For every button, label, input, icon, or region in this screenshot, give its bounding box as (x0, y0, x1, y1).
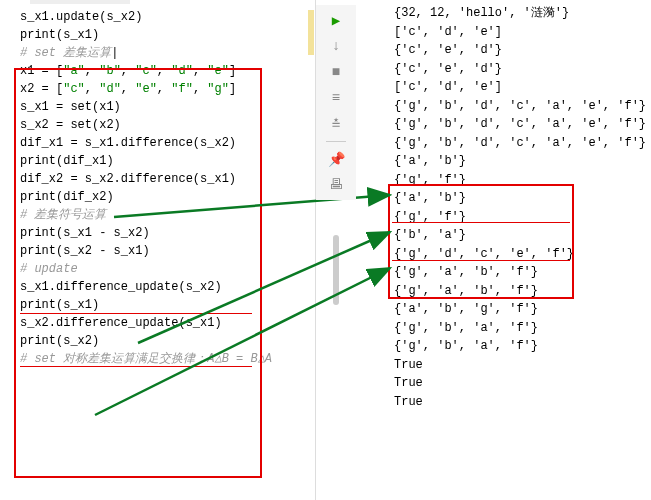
output-line: {'g', 'f'} (316, 171, 651, 190)
output-line: ['c', 'd', 'e'] (316, 23, 651, 42)
print-icon[interactable]: 🖶 (324, 174, 348, 196)
scrollbar-thumb[interactable] (333, 235, 339, 305)
layout-icon[interactable]: ≛ (324, 113, 348, 135)
code-line: x1 = ["a", "b", "c", "d", "e"] (20, 62, 315, 80)
code-line: dif_x2 = s_x2.difference(s_x1) (20, 170, 315, 188)
output-line: {'g', 'b', 'a', 'f'} (316, 319, 651, 338)
code-comment: # set 差集运算| (20, 44, 315, 62)
output-line: {'a', 'b', 'g', 'f'} (316, 300, 651, 319)
code-line: print(s_x1) (20, 296, 315, 314)
code-line: print(s_x1 - s_x2) (20, 224, 315, 242)
output-line: {'g', 'b', 'd', 'c', 'a', 'e', 'f'} (316, 134, 651, 153)
code-editor[interactable]: s_x1.update(s_x2) print(s_x1) # set 差集运算… (0, 0, 316, 500)
stop-icon[interactable]: ■ (324, 61, 348, 83)
code-line: print(dif_x2) (20, 188, 315, 206)
output-console[interactable]: {32, 12, 'hello', '涟漪'} ['c', 'd', 'e'] … (316, 0, 651, 500)
code-line: x2 = ["c", "d", "e", "f", "g"] (20, 80, 315, 98)
code-line: s_x1.difference_update(s_x2) (20, 278, 315, 296)
output-line: {'g', 'b', 'd', 'c', 'a', 'e', 'f'} (316, 97, 651, 116)
code-line: s_x2.difference_update(s_x1) (20, 314, 315, 332)
output-line: {'a', 'b'} (316, 189, 651, 208)
output-line: {'g', 'a', 'b', 'f'} (316, 263, 651, 282)
run-icon[interactable]: ▶ (324, 9, 348, 31)
output-line: True (316, 393, 651, 412)
output-line: {'g', 'f'} (316, 208, 651, 227)
minimap (308, 10, 314, 55)
code-line: print(s_x1) (20, 26, 315, 44)
output-line: {'g', 'a', 'b', 'f'} (316, 282, 651, 301)
list-icon[interactable]: ≡ (324, 87, 348, 109)
output-line: True (316, 356, 651, 375)
code-line: s_x1.update(s_x2) (20, 8, 315, 26)
output-line: {'a', 'b'} (316, 152, 651, 171)
toolbar-divider (326, 141, 346, 142)
output-line: {'g', 'b', 'a', 'f'} (316, 337, 651, 356)
editor-tab[interactable] (30, 0, 130, 4)
output-line: ['c', 'd', 'e'] (316, 78, 651, 97)
code-comment: # update (20, 260, 315, 278)
code-line: s_x1 = set(x1) (20, 98, 315, 116)
code-line: s_x2 = set(x2) (20, 116, 315, 134)
output-line: {'b', 'a'} (316, 226, 651, 245)
code-line: print(s_x2) (20, 332, 315, 350)
annotation-line (392, 222, 570, 223)
annotation-line (20, 313, 252, 314)
output-line: {'c', 'e', 'd'} (316, 60, 651, 79)
annotation-line (20, 366, 252, 367)
output-line: True (316, 374, 651, 393)
code-line: dif_x1 = s_x1.difference(s_x2) (20, 134, 315, 152)
code-line: print(dif_x1) (20, 152, 315, 170)
output-line: {32, 12, 'hello', '涟漪'} (316, 4, 651, 23)
code-comment: # 差集符号运算 (20, 206, 315, 224)
output-line: {'c', 'e', 'd'} (316, 41, 651, 60)
step-down-icon[interactable]: ↓ (324, 35, 348, 57)
annotation-line (392, 260, 570, 261)
output-line: {'g', 'b', 'd', 'c', 'a', 'e', 'f'} (316, 115, 651, 134)
code-line: print(s_x2 - s_x1) (20, 242, 315, 260)
pin-icon[interactable]: 📌 (324, 148, 348, 170)
run-toolbar: ▶ ↓ ■ ≡ ≛ 📌 🖶 (316, 5, 356, 200)
